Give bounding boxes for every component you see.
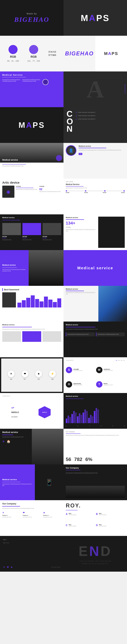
photo-right <box>98 286 127 322</box>
slide-20-medical-dark: Medical service 请在此处添加文字内容请在此处添加文字内容请在此处… <box>63 322 127 357</box>
best-img <box>2 292 16 308</box>
person-avatar: 👤 <box>66 146 76 155</box>
color-circle-1 <box>9 45 18 54</box>
slide-26-our-company: Our Company 请在此处添加文字内容请在此处添加文字内容请在此处添加文字… <box>63 429 127 464</box>
stat-6pct-num: 6% <box>85 456 92 462</box>
hey-sub: WAIT UM <box>3 542 60 544</box>
icon-content: C O N I THINK TRACKING YOUR IDENTITY I T… <box>67 110 124 133</box>
col2-num: 02 <box>39 188 61 191</box>
person-img-1 <box>2 223 21 235</box>
levels-list: UP MIDDLE DOWN <box>11 407 19 418</box>
title-bar <box>2 77 26 77</box>
person-card-3: PETER 医疗顾问 请在此处添加文字内容 <box>43 223 61 240</box>
col-3 <box>42 79 61 105</box>
photo-left: Medical service 请在此处添加文字内容请在此处添加文字内容请在此处… <box>63 286 98 322</box>
logo-text: BIGEHAO <box>65 50 94 57</box>
roy-text-C: title from please <box>69 526 76 526</box>
slide-28-company-dark: Our Company 请在此处添加文字内容请在此处添加文字内容请在此处添加文字… <box>63 464 127 500</box>
swot-opportunity: O opportunity 请在此处添加文字内容 <box>66 378 95 391</box>
feat-1: ✈ Feature 1 请在此处添加文字内容 <box>2 511 21 518</box>
company-dark-bar <box>66 470 80 470</box>
color-block-1: RGB 94、41、230 <box>7 45 19 62</box>
split-img <box>29 250 63 286</box>
artic-icon: ◉ <box>6 189 10 194</box>
col-1: 请在此处添加文字内容请在此处添加文字内容请在此处添加文字内容 <box>2 79 21 105</box>
oc-desc: 请在此处添加文字内容请在此处添加文字内容请在此处添加文字内容请在此处添加文字内容… <box>66 435 125 455</box>
timeline-title: Medical Service <box>66 183 125 186</box>
split-desc: 请在此处添加文字内容请在此处添加文字内容请在此处添加文字内容 <box>2 269 26 272</box>
barchart-title: Medical service <box>66 395 125 397</box>
logo-left: BIGEHAO <box>63 36 95 72</box>
bg5-bar3 <box>92 416 93 423</box>
hey-icon-star: ★ <box>11 566 13 568</box>
stats-bar <box>66 219 84 220</box>
bolt-icon: ⚡ <box>49 370 56 377</box>
best-title: Best basement <box>4 288 19 291</box>
city-photo <box>98 286 127 322</box>
hexagon-container: MIDDLE <box>37 405 52 420</box>
person-desc-3: 请在此处添加文字内容 <box>43 239 61 240</box>
stats-title: Medical service <box>66 217 96 218</box>
icon-plane: ✈ 运输 <box>8 370 15 380</box>
bg6-bar1 <box>94 411 95 423</box>
bg4-bar2 <box>84 410 86 423</box>
levels-label: YOUR DATA <box>2 395 61 397</box>
swot-grid: S strength 请在此处添加文字内容 W weakness 请在此处添加文… <box>66 364 125 391</box>
slide-num: 07 <box>124 141 126 142</box>
feat-title-3: Feature 3 <box>43 515 61 516</box>
rgb-label-1: RGB <box>10 55 16 58</box>
bg1-bar1 <box>66 418 67 423</box>
dark-desc: 请在此处添加文字内容请在此处添加文字内容请在此处添加文字内容 <box>66 328 125 330</box>
layout-bar <box>2 327 32 327</box>
stats-left: Medical service 134+ Activity 请在此处添加文字内容… <box>66 217 96 248</box>
col2-text: 请在此处添加文字内容请在此处添加文字内容 <box>39 191 61 192</box>
person-2: PETER <box>84 192 88 193</box>
company-dark-img <box>66 486 125 498</box>
col-1-text: 请在此处添加文字内容请在此处添加文字内容请在此处添加文字内容 <box>2 79 21 82</box>
dark-item-2: 请在此处添加文字内容请在此处添加文字内容 <box>96 332 125 336</box>
strength-label: strength <box>73 368 82 370</box>
swot-tabs: Tab Tab Tab Tab <box>116 360 125 361</box>
person-role-1: 医疗顾问 <box>2 237 21 239</box>
end-title: END <box>78 544 112 559</box>
swot-tab-4[interactable]: Tab <box>123 360 125 361</box>
phone-icon: 📱 <box>46 479 53 486</box>
bolt-label: 能量 <box>51 378 54 380</box>
swot-tab-2[interactable]: Tab <box>118 360 120 361</box>
icon-heart: ❤ 医疗 <box>22 370 28 380</box>
color-circle-2 <box>29 45 38 54</box>
dark-item-1-text: 请在此处添加文字内容请在此处添加文字内容 <box>67 334 93 335</box>
ms-tags: 活动 <box>79 152 125 155</box>
split-title: Medical service <box>2 264 26 266</box>
city-content: 请在此处添加文字内容请在此处添加文字内容 <box>0 162 63 179</box>
stats-img <box>98 217 125 248</box>
bg5-bar1 <box>88 418 90 423</box>
tl-line-1 <box>67 191 85 191</box>
roy-bar <box>66 510 78 510</box>
rgb-values-1: 94、41、230 <box>7 60 19 62</box>
do-some-label: DO SOME THINGS <box>51 567 60 568</box>
feat-2: ❤ Feature 2 请在此处添加文字内容 <box>23 511 41 518</box>
roy-item-C: C Roy title from please <box>66 524 95 534</box>
artic-content: ◉ Activity 请在此处添加文字内容请在此处添加文字内容 Activity… <box>2 186 61 198</box>
cl-2: B <box>77 426 78 426</box>
threat-circle: T <box>96 381 102 388</box>
person-name-3: PETER <box>43 236 61 237</box>
swot-tab-3[interactable]: Tab <box>120 360 122 361</box>
roy-name-D: Roy <box>99 524 106 526</box>
timeline-bar <box>66 186 83 186</box>
col-2: 请在此处添加文字内容请在此处添加文字内容请在此处添加文字内容 <box>22 79 41 105</box>
swot-tab-1[interactable]: Tab <box>116 360 117 361</box>
best-chart <box>18 292 61 308</box>
maps-title: MAPS <box>81 13 110 23</box>
city-title: Medical service <box>2 159 18 161</box>
bar-group-4 <box>83 410 88 423</box>
slide-16-purple-banner: Medical service <box>63 250 127 286</box>
bg2-bar1 <box>71 414 73 423</box>
timeline-label: 请输入副标题 <box>66 181 125 182</box>
stat-num: 134+ <box>66 221 96 226</box>
hex-label: MIDDLE <box>42 412 47 413</box>
col1-bar <box>16 188 34 188</box>
stat-desc: 请在此处添加文字内容请在此处添加文字内容请在此处添加文字内容 <box>66 229 96 232</box>
slide-22-swot: YOUR DATA Tab Tab Tab Tab S strength 请在此… <box>63 357 127 393</box>
